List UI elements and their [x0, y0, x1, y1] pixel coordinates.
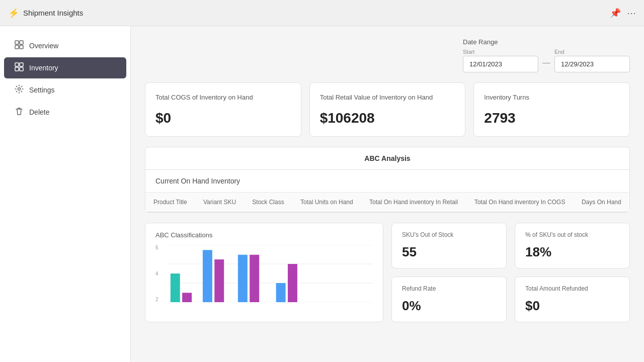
skus-out-title: SKU's Out of Stock — [402, 231, 496, 238]
col-total-units: Total Units on Hand — [292, 193, 361, 212]
more-icon[interactable]: ⋯ — [627, 8, 636, 19]
svg-rect-5 — [20, 63, 23, 66]
settings-icon — [14, 84, 24, 96]
bottom-right-cards: SKU's Out of Stock 55 % of SKU's out of … — [391, 223, 630, 322]
metric-card-retail: Total Retail Value of Inventory on Hand … — [309, 82, 466, 137]
svg-rect-20 — [288, 264, 297, 302]
bar-chart — [168, 245, 373, 302]
app-body: Overview Inventory Settings — [0, 26, 644, 362]
overview-icon — [14, 40, 24, 51]
topbar: ⚡ Shipment Insights 📌 ⋯ — [0, 0, 644, 26]
start-date-input[interactable] — [463, 56, 538, 72]
svg-rect-14 — [182, 293, 192, 302]
sidebar-item-label-inventory: Inventory — [29, 64, 58, 72]
sidebar-item-overview[interactable]: Overview — [4, 35, 126, 56]
refund-rate-value: 0% — [402, 298, 496, 314]
abc-class-title: ABC Classifications — [155, 231, 373, 239]
metric-retail-title: Total Retail Value of Inventory on Hand — [320, 93, 455, 102]
end-date-input[interactable] — [554, 56, 630, 72]
total-refunded-card: Total Amount Refunded $0 — [515, 277, 630, 322]
inventory-icon — [14, 62, 24, 73]
abc-section-subtitle: Current On Hand Inventory — [145, 170, 629, 193]
abc-section-header: ABC Analysis — [145, 147, 629, 170]
total-refunded-value: $0 — [525, 298, 619, 314]
metric-cogs-title: Total COGS of Inventory on Hand — [155, 93, 291, 102]
col-days-on-hand: Days On Hand — [574, 193, 629, 212]
y-label-6: 6 — [155, 245, 158, 250]
metric-retail-value: $106208 — [320, 110, 455, 126]
col-on-hand-retail: Total On Hand inventory In Retail — [361, 193, 466, 212]
sidebar-item-settings[interactable]: Settings — [4, 79, 126, 101]
svg-rect-2 — [15, 45, 19, 49]
refund-rate-title: Refund Rate — [402, 285, 496, 292]
svg-rect-1 — [20, 41, 23, 44]
svg-rect-3 — [20, 45, 23, 49]
sidebar-item-label-overview: Overview — [29, 42, 58, 50]
delete-icon — [14, 107, 24, 118]
metric-card-turns: Inventory Turns 2793 — [473, 82, 630, 137]
end-date-label: End — [554, 49, 630, 55]
metric-turns-title: Inventory Turns — [484, 93, 619, 102]
svg-rect-16 — [214, 259, 224, 302]
date-range-label: Date Range — [463, 38, 630, 46]
svg-rect-17 — [238, 255, 248, 302]
sidebar-item-label-delete: Delete — [29, 108, 49, 116]
start-date-wrapper: Start — [463, 49, 538, 72]
percent-skus-value: 18% — [525, 244, 619, 260]
svg-rect-19 — [276, 283, 286, 302]
col-product-title: Product Title — [145, 193, 195, 212]
skus-out-value: 55 — [402, 244, 496, 260]
metric-cogs-value: $0 — [155, 110, 291, 126]
abc-classifications-card: ABC Classifications 6 4 2 — [145, 223, 383, 322]
col-stock-class: Stock Class — [244, 193, 292, 212]
date-separator: — — [542, 58, 550, 67]
metric-card-cogs: Total COGS of Inventory on Hand $0 — [145, 82, 301, 137]
percent-skus-card: % of SKU's out of stock 18% — [515, 223, 630, 268]
y-label-2: 2 — [155, 297, 158, 302]
metrics-row: Total COGS of Inventory on Hand $0 Total… — [145, 82, 630, 137]
skus-out-of-stock-card: SKU's Out of Stock 55 — [391, 223, 507, 268]
metric-turns-value: 2793 — [484, 110, 619, 126]
date-range-container: Date Range Start — End — [463, 38, 630, 72]
svg-rect-4 — [15, 63, 19, 66]
app-title: Shipment Insights — [23, 9, 83, 17]
sidebar-item-label-settings: Settings — [29, 86, 55, 94]
date-range-section: Date Range Start — End — [145, 38, 630, 72]
end-date-wrapper: End — [554, 49, 630, 72]
svg-rect-6 — [15, 67, 19, 71]
sidebar-item-delete[interactable]: Delete — [4, 102, 126, 123]
col-variant-sku: Variant SKU — [195, 193, 244, 212]
date-range-row: Start — End — [463, 49, 630, 72]
percent-skus-title: % of SKU's out of stock — [525, 231, 619, 238]
svg-rect-7 — [20, 67, 23, 71]
svg-point-8 — [18, 88, 21, 90]
topbar-actions: 📌 ⋯ — [610, 8, 636, 19]
svg-rect-18 — [250, 255, 259, 302]
col-on-hand-cogs: Total On Hand inventory In COGS — [466, 193, 574, 212]
topbar-left: ⚡ Shipment Insights — [8, 8, 83, 19]
svg-rect-13 — [171, 274, 180, 302]
app-icon: ⚡ — [8, 8, 19, 19]
abc-analysis-section: ABC Analysis Current On Hand Inventory P… — [145, 147, 630, 213]
chart-y-axis: 6 4 2 — [155, 245, 158, 302]
sidebar: Overview Inventory Settings — [0, 26, 131, 362]
chart-area: 6 4 2 — [155, 245, 373, 310]
total-refunded-title: Total Amount Refunded — [525, 285, 619, 292]
main-content: Date Range Start — End Total COGS of Inv — [131, 26, 644, 362]
svg-rect-15 — [203, 250, 212, 302]
svg-rect-0 — [15, 41, 19, 44]
sidebar-item-inventory[interactable]: Inventory — [4, 57, 126, 78]
bottom-row: ABC Classifications 6 4 2 — [145, 223, 630, 322]
pin-icon[interactable]: 📌 — [610, 8, 621, 19]
abc-table: Product Title Variant SKU Stock Class To… — [145, 193, 629, 212]
start-date-label: Start — [463, 49, 538, 55]
table-header-row: Product Title Variant SKU Stock Class To… — [145, 193, 629, 212]
y-label-4: 4 — [155, 271, 158, 277]
refund-rate-card: Refund Rate 0% — [391, 277, 507, 322]
